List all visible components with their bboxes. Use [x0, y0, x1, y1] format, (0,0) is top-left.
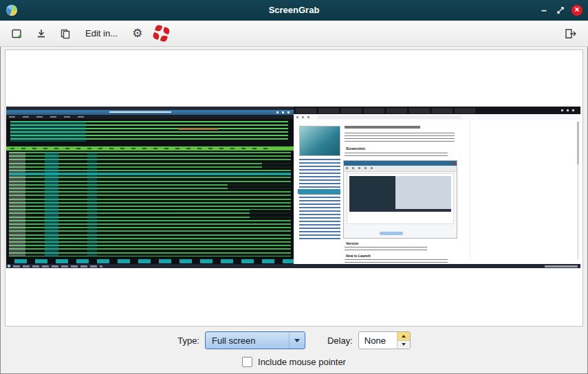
- firefox-window-buttons: [561, 109, 578, 111]
- desktop-taskbar: [6, 264, 580, 268]
- settings-button[interactable]: ⚙: [127, 23, 149, 44]
- new-screenshot-button[interactable]: [6, 23, 28, 44]
- type-combobox-value: Full screen: [206, 336, 256, 346]
- manual-paragraph: [345, 153, 448, 157]
- mini-window-toolbar: [344, 166, 457, 172]
- terminal-title-text: [109, 111, 171, 113]
- terminal-column-tint: [87, 152, 97, 256]
- manual-sidebar-active-item: [298, 189, 340, 194]
- mini-close-icon: [453, 162, 455, 164]
- type-label: Type:: [177, 336, 199, 346]
- manual-heading-version: Version: [346, 241, 358, 245]
- save-button[interactable]: [30, 23, 52, 44]
- type-combobox-arrow[interactable]: [289, 332, 305, 349]
- firefox-tabbar: [294, 107, 580, 114]
- firefox-scrollbar-thumb: [577, 122, 579, 164]
- terminal-row-gap: [250, 210, 291, 219]
- screengrab-window: ScreenGrab – ×: [0, 0, 588, 374]
- close-button[interactable]: ×: [569, 0, 585, 21]
- mini-window-titlebar: [344, 161, 457, 166]
- minimize-button[interactable]: –: [536, 0, 552, 21]
- exit-icon: [565, 28, 577, 39]
- delay-spinbox[interactable]: None: [358, 331, 411, 349]
- manual-cover-image: [299, 126, 340, 156]
- mini-toolbar-icons: [346, 167, 373, 169]
- logo-petal: [163, 27, 171, 34]
- titlebar: ScreenGrab – ×: [0, 0, 588, 21]
- htop-meters-red: [178, 129, 218, 130]
- edit-in-button[interactable]: Edit in...: [78, 23, 124, 44]
- firefox-tabs: [296, 108, 476, 113]
- manual-main-column: Screenshot:: [345, 126, 459, 263]
- manual-paragraph: [345, 133, 455, 143]
- firefox-urlbar: [317, 116, 461, 119]
- mini-screenshot-dark-area: [349, 176, 395, 212]
- delay-label: Delay:: [327, 336, 353, 346]
- manual-paragraph: [345, 247, 427, 251]
- htop-meters-cyan: [10, 121, 86, 142]
- screenshot-preview-image: Screenshot:: [6, 107, 580, 268]
- gear-icon: ⚙: [132, 28, 142, 39]
- type-combobox[interactable]: Full screen: [205, 331, 305, 349]
- window-title: ScreenGrab: [0, 0, 588, 21]
- taskbar-start-icon: [8, 265, 10, 267]
- maximize-button[interactable]: [552, 0, 569, 21]
- include-pointer-checkbox[interactable]: [242, 357, 252, 367]
- pointer-option-row: Include mouse pointer: [0, 354, 588, 369]
- new-screenshot-icon: [11, 28, 23, 39]
- manual-heading-how-to-launch: How to Launch: [346, 254, 371, 258]
- include-pointer-label: Include mouse pointer: [258, 357, 346, 367]
- close-icon: ×: [571, 5, 582, 16]
- manual-embedded-screenshot: [343, 160, 457, 239]
- htop-header-text: [10, 148, 272, 149]
- terminal-titlebar: [6, 110, 294, 115]
- toolbar: Edit in... ⚙: [0, 21, 588, 47]
- logo-petal: [160, 34, 168, 42]
- screengrab-logo-icon: [153, 24, 171, 42]
- maximize-icon: [556, 6, 565, 14]
- taskbar-clock-area: [545, 265, 578, 267]
- delay-spinbox-value: None: [359, 336, 386, 346]
- minimize-icon: –: [541, 5, 547, 16]
- manual-page-title: [345, 126, 420, 129]
- mini-screenshot-thumb: [349, 176, 451, 212]
- mini-window-body: [347, 173, 454, 224]
- firefox-nav-icons: [296, 116, 313, 118]
- spin-up-icon: [402, 335, 406, 338]
- firefox-page-content: Screenshot:: [294, 120, 580, 264]
- manual-paragraph: [345, 259, 448, 263]
- manual-sidebar-links: [299, 159, 340, 240]
- copy-icon: [60, 28, 71, 39]
- chevron-down-icon: [294, 339, 300, 342]
- captured-terminal-window: [6, 110, 294, 264]
- capture-controls-row: Type: Full screen Delay: None: [0, 330, 588, 351]
- htop-header-bar: [6, 146, 294, 151]
- htop-selected-row: [9, 173, 291, 175]
- manual-heading-screenshot: Screenshot:: [346, 146, 366, 151]
- delay-spin-up-button[interactable]: [398, 332, 410, 341]
- terminal-column-tint: [45, 152, 58, 256]
- terminal-row-gap: [262, 160, 291, 168]
- delay-spin-buttons: [397, 332, 410, 349]
- htop-function-key-bar: [6, 259, 294, 263]
- mini-window-controls: [380, 232, 403, 235]
- quit-button[interactable]: [560, 23, 582, 44]
- terminal-body: [6, 119, 294, 264]
- preview-panel: Screenshot:: [5, 50, 583, 327]
- screengrab-logo-button[interactable]: [151, 23, 173, 44]
- terminal-menu-items: [9, 116, 85, 118]
- firefox-scrollbar: [577, 122, 579, 259]
- page-divider: [470, 120, 470, 260]
- logo-petal: [153, 32, 160, 40]
- taskbar-window-buttons: [13, 265, 102, 267]
- spin-down-icon: [402, 343, 406, 346]
- copy-button[interactable]: [54, 23, 76, 44]
- terminal-column-tint: [9, 152, 25, 256]
- logo-petal: [155, 24, 162, 32]
- mini-screenshot-taskbar: [349, 209, 451, 212]
- terminal-window-buttons: [276, 111, 292, 113]
- delay-spin-down-button[interactable]: [398, 341, 410, 349]
- captured-firefox-window: Screenshot:: [294, 107, 580, 264]
- terminal-row-gap: [228, 184, 291, 191]
- save-icon: [36, 28, 47, 39]
